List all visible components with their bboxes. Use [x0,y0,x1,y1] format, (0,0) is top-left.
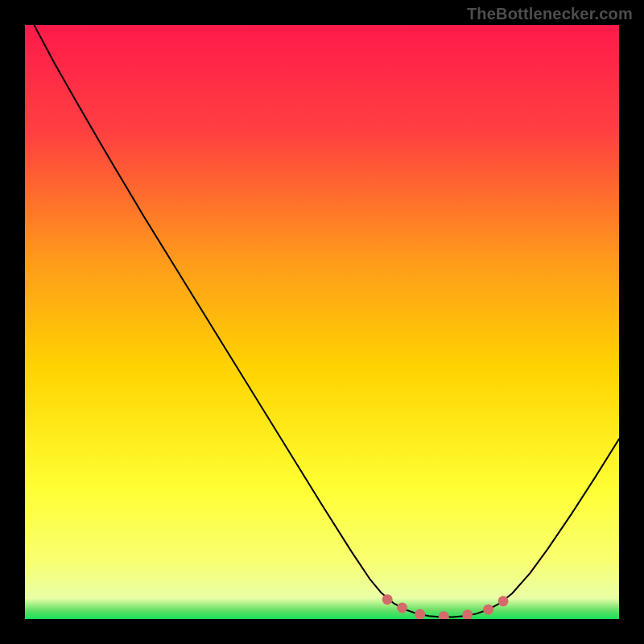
gradient-background [25,25,619,619]
curve-marker [498,596,509,606]
curve-marker [415,609,425,619]
chart-container: TheBottlenecker.com [0,0,644,644]
attribution-label: TheBottlenecker.com [467,5,633,23]
chart-svg [25,25,619,619]
plot-area [25,25,619,619]
curve-marker [382,594,393,605]
curve-marker [397,602,407,613]
curve-marker [483,605,493,615]
